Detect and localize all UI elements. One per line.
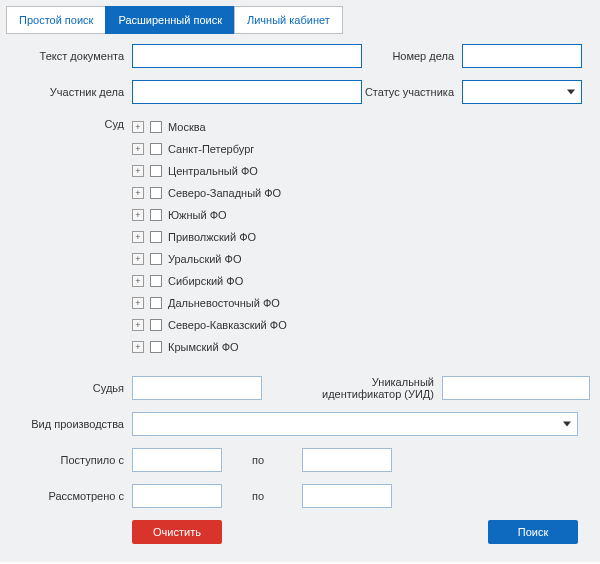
label-proceeding-type: Вид производства [14,418,132,430]
uid-input[interactable] [442,376,590,400]
label-court: Суд [14,116,132,130]
court-tree-label: Санкт-Петербург [168,143,254,155]
court-checkbox[interactable] [150,209,162,221]
court-tree-label: Приволжский ФО [168,231,256,243]
court-tree-item: +Приволжский ФО [132,226,586,248]
chevron-down-icon [563,422,571,427]
court-checkbox[interactable] [150,231,162,243]
court-tree-label: Уральский ФО [168,253,241,265]
court-tree-label: Дальневосточный ФО [168,297,280,309]
label-participant-status: Статус участника [362,86,462,98]
clear-button[interactable]: Очистить [132,520,222,544]
court-checkbox[interactable] [150,121,162,133]
label-participant: Участник дела [14,86,132,98]
tab-account[interactable]: Личный кабинет [234,6,343,34]
court-tree-item: +Крымский ФО [132,336,586,358]
court-tree-label: Центральный ФО [168,165,258,177]
label-judge: Судья [14,382,132,394]
court-tree-item: +Северо-Западный ФО [132,182,586,204]
expand-icon[interactable]: + [132,319,144,331]
court-tree-item: +Центральный ФО [132,160,586,182]
court-tree-item: +Санкт-Петербург [132,138,586,160]
court-checkbox[interactable] [150,341,162,353]
court-tree-item: +Дальневосточный ФО [132,292,586,314]
court-tree-label: Северо-Западный ФО [168,187,281,199]
label-considered-to: по [222,490,302,502]
participant-input[interactable] [132,80,362,104]
court-tree-label: Северо-Кавказский ФО [168,319,287,331]
tab-advanced-search[interactable]: Расширенный поиск [105,6,235,34]
court-tree-item: +Москва [132,116,586,138]
expand-icon[interactable]: + [132,187,144,199]
court-tree-label: Сибирский ФО [168,275,243,287]
expand-icon[interactable]: + [132,253,144,265]
court-tree-label: Москва [168,121,206,133]
court-checkbox[interactable] [150,253,162,265]
court-tree-item: +Южный ФО [132,204,586,226]
label-received-from: Поступило с [14,454,132,466]
court-tree-item: +Северо-Кавказский ФО [132,314,586,336]
received-to-input[interactable] [302,448,392,472]
doc-text-input[interactable] [132,44,362,68]
expand-icon[interactable]: + [132,209,144,221]
court-checkbox[interactable] [150,275,162,287]
tabs: Простой поиск Расширенный поиск Личный к… [6,6,594,34]
expand-icon[interactable]: + [132,121,144,133]
chevron-down-icon [567,90,575,95]
label-received-to: по [222,454,302,466]
court-tree-label: Южный ФО [168,209,227,221]
considered-to-input[interactable] [302,484,392,508]
court-checkbox[interactable] [150,143,162,155]
court-tree-item: +Сибирский ФО [132,270,586,292]
judge-input[interactable] [132,376,262,400]
participant-status-select[interactable] [462,80,582,104]
label-doc-text: Текст документа [14,50,132,62]
expand-icon[interactable]: + [132,165,144,177]
expand-icon[interactable]: + [132,297,144,309]
court-checkbox[interactable] [150,319,162,331]
label-considered-from: Рассмотрено с [14,490,132,502]
case-number-input[interactable] [462,44,582,68]
label-uid: Уникальныйидентификатор (УИД) [262,376,442,400]
received-from-input[interactable] [132,448,222,472]
court-tree-label: Крымский ФО [168,341,239,353]
court-checkbox[interactable] [150,187,162,199]
expand-icon[interactable]: + [132,143,144,155]
expand-icon[interactable]: + [132,341,144,353]
court-tree: +Москва+Санкт-Петербург+Центральный ФО+С… [132,116,586,358]
considered-from-input[interactable] [132,484,222,508]
court-tree-item: +Уральский ФО [132,248,586,270]
court-checkbox[interactable] [150,165,162,177]
expand-icon[interactable]: + [132,275,144,287]
expand-icon[interactable]: + [132,231,144,243]
proceeding-type-select[interactable] [132,412,578,436]
label-case-number: Номер дела [362,50,462,62]
search-button[interactable]: Поиск [488,520,578,544]
tab-simple-search[interactable]: Простой поиск [6,6,106,34]
court-checkbox[interactable] [150,297,162,309]
